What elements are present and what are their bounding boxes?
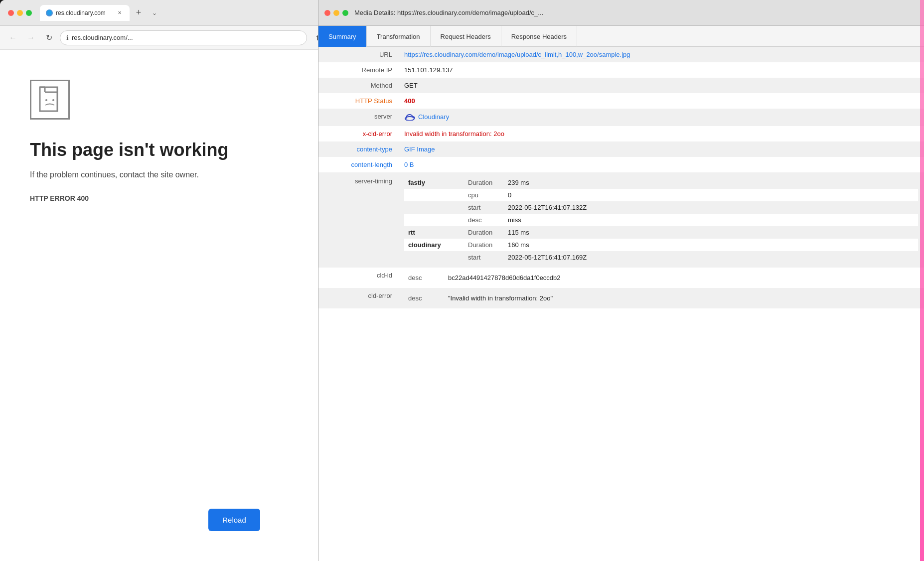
table-row: Remote IP 151.101.129.137 bbox=[318, 62, 924, 78]
tab-response-headers[interactable]: Response Headers bbox=[501, 26, 577, 47]
traffic-lights bbox=[8, 10, 32, 16]
reload-page-button[interactable]: Reload bbox=[208, 509, 260, 531]
reload-button[interactable]: ↻ bbox=[42, 31, 56, 45]
rtt-label: rtt bbox=[404, 226, 464, 239]
remote-ip-label: Remote IP bbox=[318, 62, 398, 78]
content-length-label: content-length bbox=[318, 157, 398, 172]
fastly-duration-label: Duration bbox=[464, 176, 504, 189]
browser-tab[interactable]: 🌐 res.cloudinary.com ✕ bbox=[40, 5, 130, 21]
cld-id-value: desc bc22ad4491427878d60d6da1f0eccdb2 bbox=[398, 268, 924, 288]
cloudinary-start-label: start bbox=[464, 251, 504, 264]
tab-request-headers[interactable]: Request Headers bbox=[431, 26, 501, 47]
server-timing-label: server-timing bbox=[318, 172, 398, 268]
table-row: URL https://res.cloudinary.com/demo/imag… bbox=[318, 47, 924, 62]
minimize-button[interactable] bbox=[17, 10, 23, 16]
cloudinary-start-value: 2022-05-12T16:41:07.169Z bbox=[504, 251, 918, 264]
svg-point-4 bbox=[45, 99, 47, 101]
url-value: https://res.cloudinary.com/demo/image/up… bbox=[398, 47, 924, 62]
tab-title: res.cloudinary.com bbox=[56, 9, 106, 16]
method-value: GET bbox=[398, 78, 924, 93]
new-tab-button[interactable]: + bbox=[132, 6, 146, 20]
address-info-icon: ℹ bbox=[66, 34, 69, 41]
error-icon bbox=[30, 80, 70, 120]
tab-list-button[interactable]: ⌄ bbox=[148, 6, 161, 20]
table-row: HTTP Status 400 bbox=[318, 93, 924, 109]
address-text: res.cloudinary.com/... bbox=[72, 34, 133, 41]
tab-close-button[interactable]: ✕ bbox=[116, 9, 124, 17]
devtools-minimize-button[interactable] bbox=[333, 10, 339, 16]
svg-point-5 bbox=[52, 99, 54, 101]
address-bar[interactable]: ℹ res.cloudinary.com/... bbox=[60, 30, 307, 45]
cld-error-label: cld-error bbox=[318, 288, 398, 308]
table-row: Method GET bbox=[318, 78, 924, 93]
content-length-value: 0 B bbox=[398, 157, 924, 172]
svg-rect-0 bbox=[40, 87, 57, 111]
table-row: content-length 0 B bbox=[318, 157, 924, 172]
table-row: rtt Duration 115 ms bbox=[404, 226, 918, 239]
cld-id-desc-value: bc22ad4491427878d60d6da1f0eccdb2 bbox=[444, 272, 918, 284]
fastly-cpu-value: 0 bbox=[504, 189, 918, 201]
fastly-cpu-label: cpu bbox=[464, 189, 504, 201]
fastly-start-value: 2022-05-12T16:41:07.132Z bbox=[504, 201, 918, 214]
server-label: server bbox=[318, 109, 398, 126]
fastly-label: fastly bbox=[404, 176, 464, 189]
url-label: URL bbox=[318, 47, 398, 62]
color-indicator-bar bbox=[920, 0, 924, 561]
cld-id-label: cld-id bbox=[318, 268, 398, 288]
table-row: content-type GIF Image bbox=[318, 141, 924, 157]
content-type-value: GIF Image bbox=[398, 141, 924, 157]
cld-id-desc-label: desc bbox=[404, 272, 444, 284]
server-value: Cloudinary bbox=[398, 109, 924, 126]
devtools-tabs: Summary Transformation Request Headers R… bbox=[318, 26, 924, 47]
devtools-titlebar: Media Details: https://res.cloudinary.co… bbox=[318, 0, 924, 26]
devtools-maximize-button[interactable] bbox=[342, 10, 348, 16]
xcld-error-value: Invalid width in transformation: 2oo bbox=[398, 126, 924, 141]
fastly-desc-value: miss bbox=[504, 214, 918, 226]
table-row: cloudinary Duration 160 ms bbox=[404, 239, 918, 251]
http-status-value: 400 bbox=[398, 93, 924, 109]
devtools-title: Media Details: https://res.cloudinary.co… bbox=[354, 9, 543, 16]
devtools-close-button[interactable] bbox=[324, 10, 330, 16]
cloudinary-logo: Cloudinary bbox=[404, 113, 449, 121]
devtools-traffic-lights bbox=[324, 10, 348, 16]
content-type-label: content-type bbox=[318, 141, 398, 157]
cloudinary-text: Cloudinary bbox=[418, 113, 449, 121]
tab-summary[interactable]: Summary bbox=[318, 26, 367, 47]
error-subtitle: If the problem continues, contact the si… bbox=[30, 170, 199, 179]
http-status-label: HTTP Status bbox=[318, 93, 398, 109]
table-row: desc miss bbox=[404, 214, 918, 226]
forward-button[interactable]: → bbox=[24, 31, 38, 45]
cld-error-desc-label: desc bbox=[404, 292, 444, 304]
cloudinary-duration-value: 160 ms bbox=[504, 239, 918, 251]
xcld-error-label: x-cld-error bbox=[318, 126, 398, 141]
cld-error-row: cld-error desc "Invalid width in transfo… bbox=[318, 288, 924, 308]
fastly-start-label: start bbox=[464, 201, 504, 214]
table-row: start 2022-05-12T16:41:07.169Z bbox=[404, 251, 918, 264]
fastly-duration-value: 239 ms bbox=[504, 176, 918, 189]
table-row: start 2022-05-12T16:41:07.132Z bbox=[404, 201, 918, 214]
table-row: fastly Duration 239 ms bbox=[404, 176, 918, 189]
tab-transformation[interactable]: Transformation bbox=[367, 26, 431, 47]
error-title: This page isn't working bbox=[30, 140, 229, 160]
table-row: cpu 0 bbox=[404, 189, 918, 201]
cld-id-row: cld-id desc bc22ad4491427878d60d6da1f0ec… bbox=[318, 268, 924, 288]
cld-id-table: desc bc22ad4491427878d60d6da1f0eccdb2 bbox=[404, 272, 918, 284]
url-link[interactable]: https://res.cloudinary.com/demo/image/up… bbox=[404, 51, 630, 58]
devtools-panel: Media Details: https://res.cloudinary.co… bbox=[318, 0, 924, 561]
devtools-content: URL https://res.cloudinary.com/demo/imag… bbox=[318, 47, 924, 561]
rtt-duration-value: 115 ms bbox=[504, 226, 918, 239]
table-row: x-cld-error Invalid width in transformat… bbox=[318, 126, 924, 141]
server-timing-row: server-timing fastly Duration 239 ms cpu bbox=[318, 172, 924, 268]
cloudinary-duration-label: Duration bbox=[464, 239, 504, 251]
tab-favicon: 🌐 bbox=[46, 9, 53, 16]
maximize-button[interactable] bbox=[26, 10, 32, 16]
cld-error-value: desc "Invalid width in transformation: 2… bbox=[398, 288, 924, 308]
fastly-desc-label: desc bbox=[464, 214, 504, 226]
back-button[interactable]: ← bbox=[6, 31, 20, 45]
cloudinary-label: cloudinary bbox=[404, 239, 464, 251]
server-timing-value: fastly Duration 239 ms cpu 0 bbox=[398, 172, 924, 268]
close-button[interactable] bbox=[8, 10, 14, 16]
table-row: server Cloudinary bbox=[318, 109, 924, 126]
table-row: desc bc22ad4491427878d60d6da1f0eccdb2 bbox=[404, 272, 918, 284]
method-label: Method bbox=[318, 78, 398, 93]
